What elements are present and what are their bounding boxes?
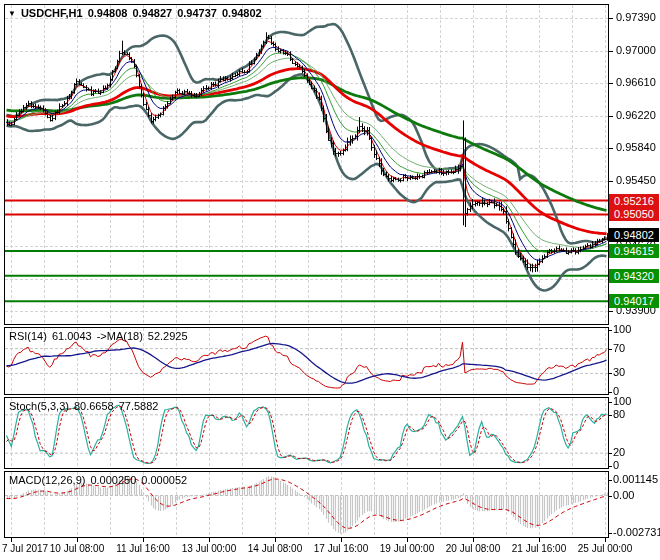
macd-title: MACD(12,26,9)0.0002500.000052: [9, 474, 187, 486]
chart-title: ▼USDCHF,H10.948080.948270.947370.94802: [8, 7, 262, 19]
trading-chart-window: { "header": { "dropdown_glyph": "▼", "sy…: [0, 0, 660, 560]
ohlc-low: 0.94737: [177, 7, 217, 19]
macd-label: MACD(12,26,9): [9, 474, 85, 486]
stoch-d-value: 77.5882: [119, 400, 159, 412]
stoch-k-value: 80.6658: [74, 400, 114, 412]
rsi-ma-value: 52.2925: [148, 330, 188, 342]
rsi-ma-label: ->MA(18): [97, 330, 143, 342]
macd-main-value: 0.000250: [90, 474, 136, 486]
stoch-title: Stoch(5,3,3)80.665877.5882: [9, 400, 158, 412]
symbol-label: USDCHF,H1: [21, 7, 83, 19]
ohlc-close: 0.94802: [222, 7, 262, 19]
symbol-dropdown-icon[interactable]: ▼: [8, 9, 16, 18]
rsi-value: 61.0043: [52, 330, 92, 342]
rsi-label: RSI(14): [9, 330, 47, 342]
macd-signal-value: 0.000052: [141, 474, 187, 486]
rsi-title: RSI(14)61.0043->MA(18)52.2925: [9, 330, 188, 342]
ohlc-open: 0.94808: [88, 7, 128, 19]
stoch-label: Stoch(5,3,3): [9, 400, 69, 412]
ohlc-high: 0.94827: [132, 7, 172, 19]
